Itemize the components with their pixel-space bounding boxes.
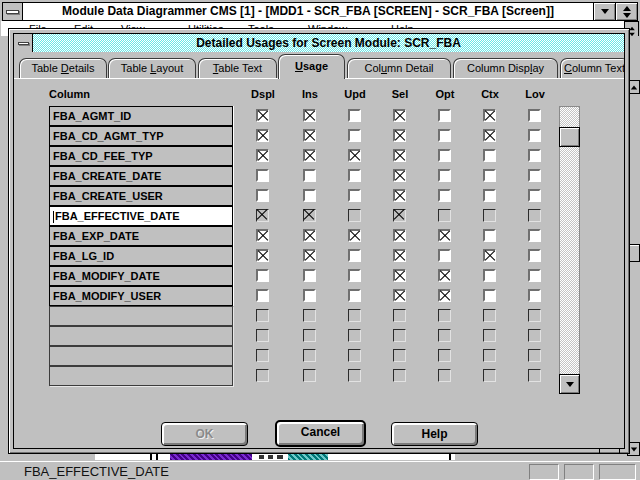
usage-checkbox-dspl[interactable] [256,189,269,202]
usage-checkbox-opt[interactable] [438,189,451,202]
usage-checkbox-ins[interactable] [303,289,316,302]
usage-checkbox-ctx[interactable] [483,309,496,322]
tab-column-text[interactable]: Column Text [560,58,625,78]
ok-button[interactable]: OK [161,422,248,446]
usage-checkbox-ctx[interactable] [483,129,496,142]
column-name-cell[interactable] [49,346,233,366]
tab-table-text[interactable]: Table Text [198,58,277,78]
usage-checkbox-ctx[interactable] [483,169,496,182]
usage-checkbox-lov[interactable] [528,109,541,122]
usage-checkbox-opt[interactable] [438,369,451,382]
usage-checkbox-upd[interactable] [348,369,361,382]
usage-checkbox-dspl[interactable] [256,289,269,302]
usage-checkbox-dspl[interactable] [256,349,269,362]
tab-usage[interactable]: Usage [278,54,345,79]
usage-checkbox-ins[interactable] [303,269,316,282]
usage-checkbox-upd[interactable] [348,309,361,322]
usage-checkbox-upd[interactable] [348,349,361,362]
usage-checkbox-sel[interactable] [393,369,406,382]
usage-checkbox-upd[interactable] [348,329,361,342]
usage-checkbox-ctx[interactable] [483,369,496,382]
usage-checkbox-lov[interactable] [528,329,541,342]
column-name-cell[interactable]: FBA_LG_ID [49,246,233,266]
usage-checkbox-ins[interactable] [303,349,316,362]
grid-scroll-down-button[interactable] [559,374,580,394]
usage-checkbox-opt[interactable] [438,129,451,142]
usage-checkbox-sel[interactable] [393,169,406,182]
usage-checkbox-ctx[interactable] [483,229,496,242]
usage-checkbox-upd[interactable] [348,229,361,242]
usage-checkbox-dspl[interactable] [256,129,269,142]
usage-checkbox-ctx[interactable] [483,149,496,162]
usage-checkbox-lov[interactable] [528,209,541,222]
column-name-cell[interactable]: FBA_CREATE_USER [49,186,233,206]
usage-checkbox-sel[interactable] [393,149,406,162]
usage-checkbox-sel[interactable] [393,249,406,262]
grid-scroll-thumb[interactable] [559,127,580,147]
usage-checkbox-ctx[interactable] [483,289,496,302]
usage-checkbox-lov[interactable] [528,189,541,202]
usage-checkbox-lov[interactable] [528,129,541,142]
cancel-button[interactable]: Cancel [275,420,366,447]
usage-checkbox-lov[interactable] [528,349,541,362]
usage-checkbox-lov[interactable] [528,269,541,282]
usage-checkbox-dspl[interactable] [256,269,269,282]
usage-checkbox-lov[interactable] [528,289,541,302]
usage-checkbox-ins[interactable] [303,189,316,202]
usage-checkbox-sel[interactable] [393,109,406,122]
usage-checkbox-upd[interactable] [348,169,361,182]
usage-checkbox-sel[interactable] [393,269,406,282]
usage-checkbox-ins[interactable] [303,209,316,222]
usage-checkbox-upd[interactable] [348,269,361,282]
usage-checkbox-sel[interactable] [393,189,406,202]
usage-checkbox-lov[interactable] [528,149,541,162]
usage-checkbox-ins[interactable] [303,229,316,242]
usage-checkbox-dspl[interactable] [256,249,269,262]
usage-checkbox-ctx[interactable] [483,349,496,362]
usage-checkbox-opt[interactable] [438,249,451,262]
tab-table-details[interactable]: Table Details [19,58,107,78]
column-name-cell[interactable] [49,326,233,346]
column-name-cell[interactable]: FBA_MODIFY_USER [49,286,233,306]
column-name-cell[interactable] [49,366,233,386]
usage-checkbox-lov[interactable] [528,249,541,262]
usage-checkbox-sel[interactable] [393,229,406,242]
usage-checkbox-opt[interactable] [438,269,451,282]
usage-checkbox-opt[interactable] [438,209,451,222]
usage-checkbox-ins[interactable] [303,369,316,382]
usage-checkbox-upd[interactable] [348,249,361,262]
column-name-cell[interactable]: FBA_CREATE_DATE [49,166,233,186]
column-name-cell[interactable]: FBA_AGMT_ID [49,106,233,126]
usage-checkbox-upd[interactable] [348,289,361,302]
column-name-cell[interactable]: FBA_CD_AGMT_TYP [49,126,233,146]
usage-checkbox-opt[interactable] [438,109,451,122]
usage-checkbox-sel[interactable] [393,289,406,302]
usage-checkbox-dspl[interactable] [256,369,269,382]
usage-checkbox-dspl[interactable] [256,209,269,222]
usage-checkbox-ins[interactable] [303,129,316,142]
usage-checkbox-ctx[interactable] [483,209,496,222]
usage-checkbox-opt[interactable] [438,349,451,362]
usage-checkbox-lov[interactable] [528,169,541,182]
column-name-cell[interactable]: FBA_EFFECTIVE_DATE [49,206,233,226]
usage-checkbox-opt[interactable] [438,149,451,162]
column-name-cell[interactable] [49,306,233,326]
usage-checkbox-opt[interactable] [438,229,451,242]
usage-checkbox-dspl[interactable] [256,149,269,162]
usage-checkbox-dspl[interactable] [256,229,269,242]
usage-checkbox-ins[interactable] [303,149,316,162]
usage-checkbox-ins[interactable] [303,109,316,122]
usage-checkbox-sel[interactable] [393,129,406,142]
usage-checkbox-ins[interactable] [303,169,316,182]
usage-checkbox-lov[interactable] [528,369,541,382]
column-name-cell[interactable]: FBA_MODIFY_DATE [49,266,233,286]
minimize-button[interactable] [593,3,615,20]
usage-checkbox-dspl[interactable] [256,309,269,322]
usage-checkbox-sel[interactable] [393,309,406,322]
usage-checkbox-ins[interactable] [303,249,316,262]
usage-checkbox-dspl[interactable] [256,169,269,182]
usage-checkbox-dspl[interactable] [256,329,269,342]
usage-checkbox-ins[interactable] [303,309,316,322]
usage-checkbox-sel[interactable] [393,329,406,342]
restore-button[interactable] [615,3,637,20]
